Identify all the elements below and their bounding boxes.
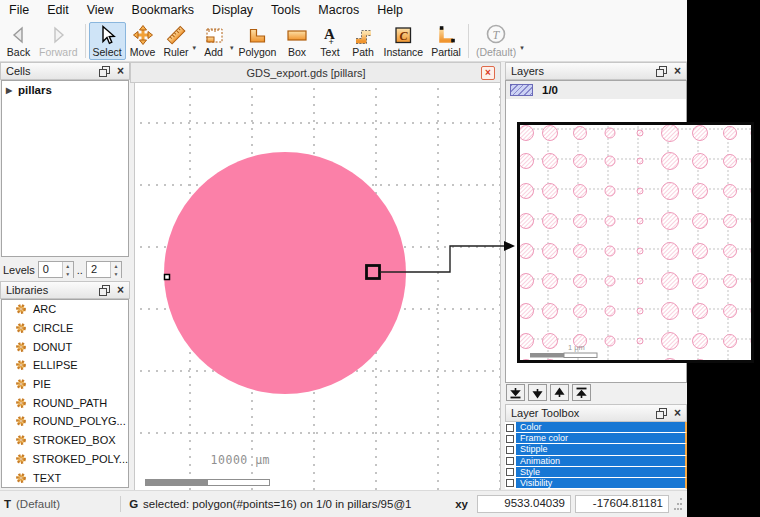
- pillar-circle: [520, 274, 534, 289]
- toolbox-row-bar[interactable]: Frame color: [516, 433, 687, 444]
- toolbox-row-checkbox[interactable]: [506, 435, 514, 443]
- cell-item-pillars[interactable]: ▶ pillars: [2, 81, 128, 99]
- box-button[interactable]: Box: [280, 22, 313, 60]
- cells-tree: ▶ pillars: [1, 80, 129, 257]
- instance-button[interactable]: C Instance: [379, 22, 427, 60]
- pillar-circle: [662, 183, 679, 200]
- menu-view[interactable]: View: [78, 0, 123, 20]
- ruler-dropdown-icon[interactable]: ▾: [192, 44, 196, 52]
- pcell-gear-icon: [15, 472, 27, 484]
- menu-bookmarks[interactable]: Bookmarks: [123, 0, 204, 20]
- library-item[interactable]: DONUT: [2, 337, 128, 356]
- toolbox-row-bar[interactable]: Color: [516, 422, 687, 433]
- menu-help[interactable]: Help: [368, 0, 412, 20]
- toolbox-row-checkbox[interactable]: [506, 424, 514, 432]
- library-item[interactable]: TEXT: [2, 468, 128, 487]
- close-panel-icon[interactable]: ×: [674, 407, 681, 419]
- forward-button[interactable]: Forward: [35, 22, 82, 60]
- layout-canvas[interactable]: [134, 83, 501, 490]
- toolbox-row-checkbox[interactable]: [506, 468, 514, 476]
- move-layer-down-button[interactable]: [528, 384, 547, 401]
- inset-scale-bar: 1 μm: [530, 343, 597, 358]
- toolbox-row[interactable]: Animation: [505, 456, 687, 467]
- svg-text:C: C: [400, 28, 409, 42]
- back-button[interactable]: Back: [2, 22, 35, 60]
- move-layer-bottom-button[interactable]: [506, 384, 525, 401]
- close-panel-icon[interactable]: ×: [674, 65, 681, 77]
- screenshot-stage: File Edit View Bookmarks Display Tools M…: [0, 0, 760, 517]
- pillar-circle: [605, 186, 615, 196]
- toolbox-row[interactable]: Stipple: [505, 444, 687, 455]
- ruler-button[interactable]: Ruler: [159, 22, 192, 60]
- menu-edit[interactable]: Edit: [38, 0, 78, 20]
- expand-icon[interactable]: ▶: [6, 86, 18, 95]
- toolbox-row[interactable]: Frame color: [505, 433, 687, 444]
- add-button[interactable]: Add: [197, 22, 230, 60]
- pillar-circle: [693, 126, 708, 141]
- cells-panel-title: Cells: [6, 65, 99, 77]
- toolbox-row-checkbox[interactable]: [506, 479, 514, 487]
- library-item[interactable]: STROKED_POLY...: [2, 450, 128, 469]
- pillar-circle: [520, 334, 534, 349]
- layer-swatch[interactable]: [510, 84, 533, 96]
- levels-to-spinner[interactable]: 2 ▲ ▼: [86, 261, 122, 278]
- transaction-key: T: [4, 498, 11, 510]
- arrow-up-to-line-icon: [575, 387, 588, 399]
- selection-message: selected: polygon(#points=16) on 1/0 in …: [143, 498, 411, 510]
- library-item[interactable]: PIE: [2, 375, 128, 394]
- move-layer-up-button[interactable]: [550, 384, 569, 401]
- move-layer-top-button[interactable]: [572, 384, 591, 401]
- toolbox-row-bar[interactable]: Animation: [516, 456, 687, 467]
- library-item[interactable]: ARC: [2, 300, 128, 319]
- default-mode-button[interactable]: T (Default): [472, 22, 520, 60]
- library-item[interactable]: STROKED_BOX: [2, 431, 128, 450]
- layout-tab[interactable]: GDS_export.gds [pillars]: [131, 67, 481, 79]
- spinner-arrows[interactable]: ▲ ▼: [62, 262, 73, 277]
- menu-bar: File Edit View Bookmarks Display Tools M…: [0, 0, 687, 20]
- select-button[interactable]: Select: [89, 22, 126, 60]
- toolbox-row-bar[interactable]: Stipple: [516, 444, 687, 455]
- library-item[interactable]: ROUND_PATH: [2, 393, 128, 412]
- pillar-circle: [543, 244, 558, 259]
- partial-button[interactable]: Partial: [427, 22, 465, 60]
- toolbox-row[interactable]: Visibility: [505, 478, 687, 489]
- status-mode: (Default): [16, 498, 60, 510]
- toolbox-row[interactable]: Style: [505, 467, 687, 478]
- move-button[interactable]: Move: [126, 22, 160, 60]
- toolbox-row-label: Style: [516, 467, 540, 477]
- float-panel-icon[interactable]: [99, 66, 110, 77]
- toolbox-row-label: Visibility: [516, 478, 552, 488]
- tab-close-icon[interactable]: ×: [481, 66, 495, 80]
- close-panel-icon[interactable]: ×: [117, 284, 124, 296]
- toolbox-row-checkbox[interactable]: [506, 457, 514, 465]
- path-button[interactable]: Path: [346, 22, 379, 60]
- partial-icon: [435, 24, 457, 46]
- resize-grip-icon[interactable]: [673, 495, 683, 513]
- menu-display[interactable]: Display: [203, 0, 262, 20]
- menu-tools[interactable]: Tools: [262, 0, 309, 20]
- toolbox-row[interactable]: Color: [505, 422, 687, 433]
- library-item[interactable]: ROUND_POLYG...: [2, 412, 128, 431]
- toolbox-row-checkbox[interactable]: [506, 446, 514, 454]
- layer-row-1-0[interactable]: 1/0: [506, 81, 686, 99]
- float-panel-icon[interactable]: [656, 408, 667, 419]
- library-item[interactable]: ELLIPSE: [2, 356, 128, 375]
- status-bar: T (Default) G selected: polygon(#points=…: [0, 490, 687, 517]
- menu-file[interactable]: File: [0, 0, 38, 20]
- library-item[interactable]: CIRCLE: [2, 319, 128, 338]
- levels-from-spinner[interactable]: 0 ▲ ▼: [38, 261, 74, 278]
- spinner-arrows[interactable]: ▲ ▼: [110, 262, 121, 277]
- toolbox-row-bar[interactable]: Visibility: [516, 478, 687, 489]
- close-panel-icon[interactable]: ×: [117, 65, 124, 77]
- default-mode-dropdown-icon[interactable]: ▾: [520, 44, 524, 52]
- float-panel-icon[interactable]: [656, 66, 667, 77]
- toolbox-row-bar[interactable]: Style: [516, 467, 687, 478]
- menu-macros[interactable]: Macros: [309, 0, 368, 20]
- float-panel-icon[interactable]: [99, 285, 110, 296]
- zoom-inset-image: 1 μm: [517, 122, 754, 363]
- scale-bar-label: 10000 μm: [145, 453, 270, 467]
- text-button[interactable]: A + Text: [313, 22, 346, 60]
- pillar-circle: [724, 127, 737, 140]
- add-dropdown-icon[interactable]: ▾: [230, 44, 234, 52]
- polygon-button[interactable]: Polygon: [235, 22, 281, 60]
